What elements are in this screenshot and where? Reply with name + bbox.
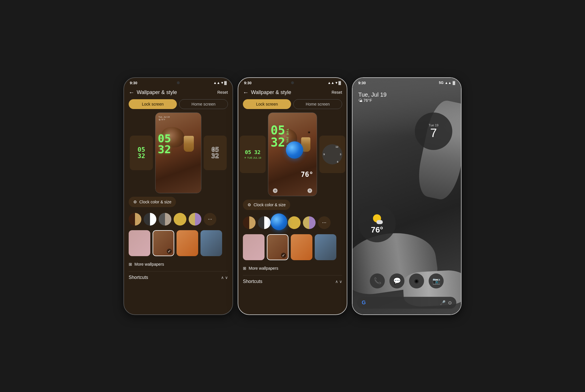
tab-home-screen-2[interactable]: Home screen — [293, 99, 342, 109]
swatch-more-2[interactable]: ··· — [318, 216, 331, 229]
wp-thumb-pink-2[interactable] — [243, 234, 265, 260]
chevron-up-icon-1: ∧ — [221, 275, 224, 280]
clock-option-right-2[interactable]: 12 3 6 9 — [319, 136, 345, 173]
clock-option-left-1[interactable]: 0532 — [130, 136, 153, 170]
weather-widget-bg-3: 76° — [358, 205, 396, 242]
color-swatches-2: ··· — [238, 213, 347, 232]
more-wallpapers-btn-2[interactable]: ⊞ More wallpapers — [243, 264, 278, 273]
phone-3: 9:30 5G ▲▲ ▓ Tue, Jul 19 🌤 76°F — [352, 77, 462, 315]
tab-lock-screen-2[interactable]: Lock screen — [243, 99, 291, 109]
gear-icon-2: ⚙ — [247, 202, 251, 207]
phone-1: 9:30 ▲▲ ▾ ▓ ← Wallpaper & style Reset Lo… — [123, 77, 233, 315]
preview-sun-2: ☀ — [307, 130, 311, 135]
clock-color-label-2: Clock color & size — [254, 202, 286, 207]
dock-area-3: 📞 💬 ◉ 📷 — [352, 273, 461, 288]
swatch-gold-1[interactable] — [129, 213, 141, 226]
swatch-gray-1[interactable] — [159, 213, 171, 226]
time-1: 9:30 — [130, 81, 137, 85]
wp-thumb-orange-2[interactable] — [291, 234, 312, 260]
preview-area-1: 0532 Tue, Jul 19 🌤 76°F — [124, 112, 232, 197]
swatch-gold-2[interactable] — [243, 216, 256, 229]
header-left-1: ← Wallpaper & style — [129, 89, 177, 96]
grid-icon-2: ⊞ — [243, 266, 246, 271]
dock-chrome-3[interactable]: ◉ — [409, 273, 424, 288]
shortcuts-expand-1[interactable]: ∧ ∨ — [221, 275, 228, 280]
status-icons-2: ▲▲ ▾ ▓ — [327, 81, 341, 85]
page-header-1: ← Wallpaper & style Reset — [124, 87, 232, 99]
swatch-purple-2[interactable] — [303, 216, 316, 229]
selected-checkmark-2: ✓ — [281, 253, 286, 258]
preview-temp-2: 76° — [301, 170, 313, 179]
back-button-1[interactable]: ← — [129, 89, 134, 96]
clock-widget-time-3: 7 — [430, 127, 437, 139]
wifi-icon-1: ▾ — [221, 81, 223, 85]
live-weather-3: 🌤 76°F — [358, 98, 455, 103]
tab-lock-screen-1[interactable]: Lock screen — [129, 99, 177, 109]
more-wallpapers-btn-1[interactable]: ⊞ More wallpapers — [129, 260, 164, 269]
wp-thumb-orange-1[interactable] — [177, 230, 198, 256]
reset-button-1[interactable]: Reset — [217, 90, 228, 95]
preview-wallpaper-1: Tue, Jul 19 🌤 76°F 0532 ◎ ⊙ — [155, 113, 201, 193]
dock-phone-3[interactable]: 📞 — [370, 273, 385, 288]
fingerprint-icon-2: ◎ — [273, 188, 278, 193]
wp-thumb-city-2[interactable] — [315, 234, 336, 260]
page-header-2: ← Wallpaper & style Reset — [238, 87, 347, 99]
phone-preview-center-1[interactable]: Tue, Jul 19 🌤 76°F 0532 ◎ ⊙ — [155, 112, 201, 193]
live-header-3: Tue, Jul 19 🌤 76°F — [352, 87, 461, 105]
clock-color-label-1: Clock color & size — [139, 200, 171, 204]
swatch-yellow-1[interactable] — [174, 213, 186, 226]
blue-drag-indicator[interactable] — [286, 141, 303, 159]
time-3: 9:30 — [358, 81, 366, 85]
chevron-down-icon-2: ∨ — [339, 279, 342, 284]
color-swatches-1: ··· — [124, 211, 232, 228]
dock-camera-3[interactable]: 📷 — [429, 273, 444, 288]
dock-messages-3[interactable]: 💬 — [389, 273, 404, 288]
search-bar-3[interactable]: G 🎤 ⊙ — [357, 297, 456, 309]
weather-temp-large-3: 76° — [371, 225, 383, 235]
status-bar-2: 9:30 ▲▲ ▾ ▓ — [238, 78, 347, 87]
tab-home-screen-1[interactable]: Home screen — [179, 99, 228, 109]
blue-drag-swatch[interactable] — [271, 213, 287, 230]
swatch-yellow-2[interactable] — [288, 216, 301, 229]
back-button-2[interactable]: ← — [243, 89, 249, 96]
preview-clock-1: 0532 — [158, 133, 171, 155]
clock-right-time: 0532 — [211, 147, 219, 159]
swatch-bw-1[interactable] — [144, 213, 156, 226]
clock-left-date-2: ☀ TUE JUL 19 — [244, 156, 261, 159]
clock-option-right-1[interactable]: 0532 — [204, 136, 227, 170]
wp-thumb-city-1[interactable] — [200, 230, 222, 256]
page-title-2: Wallpaper & style — [251, 89, 291, 95]
shortcuts-label-2: Shortcuts — [243, 279, 262, 284]
chevron-up-icon-2: ∧ — [335, 279, 338, 284]
cloud-3 — [376, 220, 383, 224]
more-wallpapers-label-2: More wallpapers — [249, 266, 278, 271]
5g-icon-3: 5G — [439, 81, 443, 85]
shortcuts-section-1: Shortcuts ∧ ∨ — [124, 273, 232, 281]
battery-icon-1: ▓ — [224, 81, 227, 85]
status-icons-1: ▲▲ ▾ ▓ — [213, 81, 227, 85]
swatch-more-1[interactable]: ··· — [204, 213, 216, 226]
divider-1 — [129, 271, 228, 271]
lens-icon-3[interactable]: ⊙ — [448, 300, 452, 305]
signal-icon-1: ▲▲ — [213, 81, 220, 85]
page-title-1: Wallpaper & style — [137, 89, 177, 95]
wp-thumb-pink-1[interactable] — [129, 230, 150, 256]
swatch-purple-1[interactable] — [189, 213, 201, 226]
preview-weather-1: 🌤 76°F — [158, 119, 165, 121]
shortcuts-label-1: Shortcuts — [129, 275, 148, 280]
analog-clock-2: 12 3 6 9 — [322, 144, 342, 164]
reset-button-2[interactable]: Reset — [331, 90, 342, 95]
live-screen-3: 9:30 5G ▲▲ ▓ Tue, Jul 19 🌤 76°F — [352, 78, 461, 314]
weather-sun-widget-3 — [371, 213, 383, 224]
divider-2 — [243, 275, 342, 275]
clock-color-btn-2[interactable]: ⚙ Clock color & size — [243, 200, 290, 210]
camera-shortcut-2: ⊙ — [308, 188, 312, 193]
shortcuts-expand-2[interactable]: ∧ ∨ — [335, 279, 342, 284]
swatch-bw-2[interactable] — [258, 216, 271, 229]
wp-thumb-brown-1[interactable]: ✓ — [153, 230, 174, 256]
wp-thumb-brown-2[interactable]: ✓ — [267, 234, 288, 260]
mic-icon-3[interactable]: 🎤 — [440, 300, 446, 305]
clock-color-btn-1[interactable]: ⚙ Clock color & size — [129, 197, 176, 207]
google-logo-3: G — [362, 300, 366, 306]
clock-option-left-2[interactable]: 05 32 ☀ TUE JUL 19 — [240, 136, 266, 173]
